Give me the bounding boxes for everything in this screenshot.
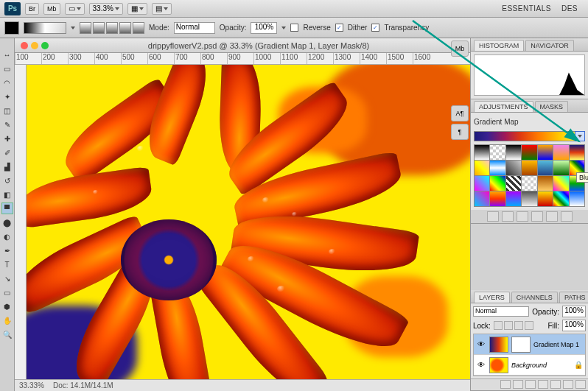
layer-fx-button[interactable] (513, 380, 523, 389)
dock-paragraph-button[interactable]: ¶ (451, 124, 469, 140)
gradient-preset[interactable] (506, 161, 521, 175)
dock-minibridge-button[interactable]: Mb (451, 40, 469, 57)
gradient-linear-button[interactable] (80, 22, 91, 34)
opacity-input[interactable]: 100% (251, 22, 277, 34)
heal-tool[interactable]: ✚ (1, 133, 13, 144)
eraser-tool[interactable]: ◧ (1, 189, 13, 200)
gradient-reflected-button[interactable] (119, 22, 131, 34)
foreground-swatch[interactable] (4, 21, 19, 35)
status-docsize[interactable]: Doc: 14.1M/14.1M (53, 381, 113, 390)
blur-tool[interactable]: ⬤ (1, 216, 13, 228)
adj-footer-button[interactable] (502, 211, 514, 222)
path-tool[interactable]: ↘ (1, 272, 13, 284)
dock-character-button[interactable]: A¶ (451, 105, 469, 121)
gradient-preset[interactable] (570, 191, 584, 206)
screen-mode-dropdown[interactable]: ▭ (65, 3, 85, 15)
crop-tool[interactable]: ◫ (1, 105, 13, 116)
gradient-preset[interactable] (570, 145, 584, 160)
gradient-angle-button[interactable] (106, 22, 118, 34)
pen-tool[interactable]: ✒ (1, 244, 13, 256)
gradient-preview[interactable] (24, 22, 66, 34)
dodge-tool[interactable]: ◐ (1, 230, 13, 242)
vertical-ruler[interactable] (15, 65, 27, 379)
type-tool[interactable]: T (1, 258, 13, 270)
new-group-button[interactable] (550, 380, 561, 389)
gradient-preset[interactable] (475, 145, 489, 160)
minibridge-button[interactable]: Mb (43, 3, 60, 15)
layer-thumbnail[interactable] (489, 357, 508, 373)
layer-thumbnail[interactable] (489, 337, 508, 353)
tab-adjustments[interactable]: ADJUSTMENTS (474, 101, 533, 112)
eyedropper-tool[interactable]: ✎ (1, 119, 13, 130)
shape-tool[interactable]: ▭ (1, 286, 13, 298)
layer-name[interactable]: Gradient Map 1 (533, 341, 579, 348)
adj-footer-button[interactable] (546, 211, 558, 222)
status-zoom[interactable]: 33.33% (19, 381, 44, 390)
arrange-documents-dropdown[interactable]: ▦ (127, 3, 147, 15)
gradient-preset[interactable] (538, 145, 553, 160)
gradient-preset[interactable] (538, 161, 553, 175)
link-layers-button[interactable] (500, 380, 511, 389)
visibility-icon[interactable]: 👁 (476, 360, 486, 370)
workspace-essentials[interactable]: ESSENTIALS (502, 4, 551, 13)
dither-checkbox[interactable]: ✓ (335, 24, 343, 32)
zoom-dropdown[interactable]: 33.3% (89, 3, 123, 15)
gradient-map-strip[interactable] (474, 131, 585, 141)
3d-tool[interactable]: ⬢ (1, 300, 13, 312)
adj-footer-button[interactable] (531, 211, 543, 222)
gradient-preset[interactable] (538, 191, 553, 206)
marquee-tool[interactable]: ▭ (1, 63, 13, 74)
wand-tool[interactable]: ✦ (1, 91, 13, 102)
gradient-preset[interactable] (522, 191, 536, 206)
zoom-window-button[interactable] (41, 42, 49, 49)
gradient-diamond-button[interactable] (133, 22, 144, 34)
layer-fill-input[interactable]: 100% (562, 320, 586, 331)
gradient-preset[interactable] (490, 191, 505, 206)
tab-navigator[interactable]: NAVIGATOR (525, 40, 574, 51)
new-adjustment-button[interactable] (538, 380, 548, 389)
lasso-tool[interactable]: ◠ (1, 77, 13, 88)
gradient-radial-button[interactable] (93, 22, 105, 34)
adj-trash-button[interactable] (561, 211, 573, 222)
gradient-preset[interactable] (506, 145, 521, 160)
reverse-checkbox[interactable] (290, 24, 298, 32)
gradient-tool[interactable]: ▀ (1, 202, 13, 214)
brush-tool[interactable]: ✐ (1, 147, 13, 158)
layer-row[interactable]: 👁 Background 🔒 (474, 355, 585, 376)
layer-blend-select[interactable]: Normal (473, 306, 529, 317)
horizontal-ruler[interactable]: 1002003004005006007008009001000110012001… (15, 53, 470, 65)
canvas[interactable] (27, 65, 470, 379)
lock-all-button[interactable] (525, 321, 533, 330)
gradient-preset[interactable] (522, 145, 536, 160)
gradient-preset[interactable] (553, 191, 568, 206)
gradient-preset[interactable] (475, 161, 489, 175)
move-tool[interactable]: ↔ (1, 49, 13, 60)
gradient-preset[interactable] (522, 161, 536, 175)
layer-opacity-input[interactable]: 100% (562, 306, 586, 317)
gradient-preset[interactable] (475, 191, 489, 206)
mask-thumbnail[interactable] (511, 337, 531, 353)
gradient-picker-dropdown[interactable] (575, 131, 585, 141)
layer-row[interactable]: 👁 Gradient Map 1 (474, 334, 585, 355)
layer-name[interactable]: Background (511, 362, 547, 369)
minimize-window-button[interactable] (31, 42, 38, 49)
adj-footer-button[interactable] (517, 211, 528, 222)
gradient-preset[interactable] (553, 161, 568, 175)
bridge-button[interactable]: Br (25, 3, 39, 15)
hand-tool[interactable]: ✋ (1, 314, 13, 326)
visibility-icon[interactable]: 👁 (476, 339, 486, 350)
stamp-tool[interactable]: ▟ (1, 161, 13, 172)
gradient-preset[interactable] (522, 176, 536, 191)
lock-pixels-button[interactable] (504, 321, 513, 330)
gradient-preset[interactable] (490, 145, 505, 160)
gradient-preset[interactable] (506, 191, 521, 206)
extras-dropdown[interactable]: ▤ (152, 3, 172, 15)
tab-masks[interactable]: MASKS (535, 101, 569, 112)
gradient-preset[interactable] (490, 176, 505, 191)
gradient-preset[interactable] (538, 176, 553, 191)
tab-histogram[interactable]: HISTOGRAM (474, 40, 524, 51)
gradient-preset[interactable] (506, 176, 521, 191)
transparency-checkbox[interactable]: ✓ (371, 24, 379, 32)
zoom-tool[interactable]: 🔍 (1, 328, 13, 340)
tab-layers[interactable]: LAYERS (474, 292, 510, 303)
